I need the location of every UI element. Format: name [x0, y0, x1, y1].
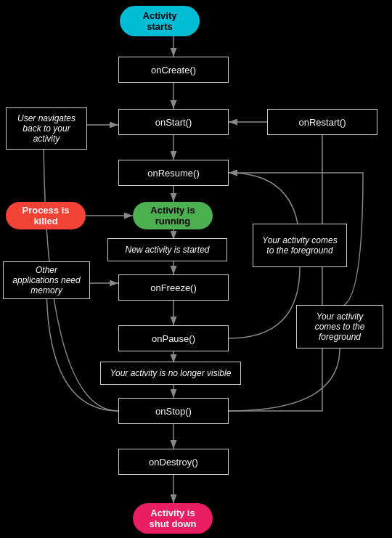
on-freeze-label: onFreeze(): [150, 282, 197, 293]
your-activity-foreground-top: Your activity comes to the foreground: [253, 224, 347, 267]
activity-starts-node: Activity starts: [120, 6, 200, 36]
on-stop-label: onStop(): [155, 406, 192, 417]
other-apps-text: Other applications need memory: [12, 265, 81, 296]
on-restart-label: onRestart(): [298, 117, 346, 128]
user-navigates-text: User navigates back to your activity: [15, 113, 78, 144]
activity-shutdown-label: Activity is shut down: [144, 508, 201, 529]
no-longer-visible-label: Your activity is no longer visible: [100, 362, 241, 385]
activity-shutdown-node: Activity is shut down: [133, 503, 213, 534]
activity-running-node: Activity is running: [133, 202, 213, 229]
foreground-bottom-label: Your activity comes to the foreground: [306, 311, 374, 342]
no-longer-visible-text: Your activity is no longer visible: [110, 368, 232, 378]
on-resume-node: onResume(): [118, 160, 229, 186]
on-create-node: onCreate(): [118, 57, 229, 83]
on-start-label: onStart(): [155, 117, 192, 128]
on-freeze-node: onFreeze(): [118, 274, 229, 301]
activity-lifecycle-diagram: Activity starts onCreate() User navigate…: [0, 0, 392, 538]
activity-starts-label: Activity starts: [131, 10, 188, 32]
on-restart-node: onRestart(): [267, 109, 377, 135]
other-applications-label: Other applications need memory: [3, 261, 90, 299]
on-pause-node: onPause(): [118, 325, 229, 351]
process-killed-label: Process is killed: [17, 205, 74, 227]
activity-running-label: Activity is running: [144, 205, 201, 227]
on-pause-label: onPause(): [152, 333, 195, 344]
on-create-label: onCreate(): [151, 65, 196, 76]
foreground-top-label: Your activity comes to the foreground: [262, 235, 338, 256]
process-killed-node: Process is killed: [6, 202, 86, 229]
new-activity-text: New activity is started: [125, 245, 209, 255]
your-activity-foreground-bottom: Your activity comes to the foreground: [296, 305, 383, 349]
on-resume-label: onResume(): [147, 168, 200, 179]
on-start-node: onStart(): [118, 109, 229, 135]
on-destroy-node: onDestroy(): [118, 449, 229, 475]
on-stop-node: onStop(): [118, 398, 229, 424]
new-activity-started-label: New activity is started: [107, 238, 227, 261]
user-navigates-back-label: User navigates back to your activity: [6, 107, 87, 150]
on-destroy-label: onDestroy(): [149, 457, 198, 468]
